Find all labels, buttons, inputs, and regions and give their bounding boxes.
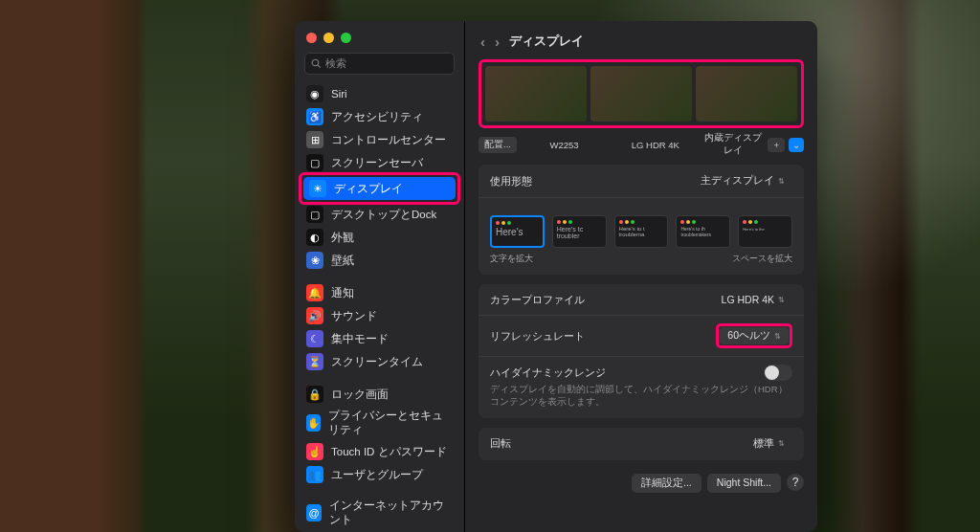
refresh-rate-row: リフレッシュレート 60ヘルツ⇅: [479, 316, 804, 357]
sidebar-item-sound[interactable]: 🔊サウンド: [295, 304, 464, 327]
sidebar: 検索 ◉Siri ♿アクセシビリティ ⊞コントロールセンター ▢スクリーンセーバ…: [295, 21, 465, 532]
control-center-icon: ⊞: [306, 131, 323, 148]
focus-icon: ☾: [306, 330, 323, 347]
chevron-updown-icon: ⇅: [774, 332, 781, 341]
night-shift-button[interactable]: Night Shift...: [707, 474, 781, 493]
sidebar-item-label: 集中モード: [331, 332, 389, 346]
scale-option[interactable]: Here's to t troublema: [614, 215, 669, 252]
lock-icon: 🔒: [306, 386, 323, 403]
users-icon: 👥: [306, 466, 323, 483]
at-icon: @: [306, 504, 322, 521]
sidebar-item-touchid[interactable]: ☝Touch ID とパスワード: [295, 440, 464, 463]
wallpaper-icon: ❀: [306, 252, 323, 269]
usage-select[interactable]: 主ディスプレイ⇅: [693, 172, 792, 189]
display-name: LG HDR 4K: [612, 140, 699, 150]
displays-icon: ☀: [309, 180, 326, 197]
forward-button[interactable]: ›: [495, 33, 500, 50]
add-display-button[interactable]: +: [768, 138, 785, 152]
refresh-rate-select[interactable]: 60ヘルツ⇅: [720, 327, 789, 344]
sound-icon: 🔊: [306, 307, 323, 324]
sidebar-item-lockscreen[interactable]: 🔒ロック画面: [295, 383, 464, 406]
sidebar-item-internet-accounts[interactable]: @インターネットアカウント: [295, 496, 464, 530]
sidebar-item-users[interactable]: 👥ユーザとグループ: [295, 463, 464, 486]
arrange-button[interactable]: 配置...: [479, 137, 517, 153]
siri-icon: ◉: [306, 85, 323, 102]
back-button[interactable]: ‹: [480, 33, 485, 50]
sidebar-item-label: コントロールセンター: [331, 133, 446, 147]
sidebar-item-desktop-dock[interactable]: ▢デスクトップとDock: [295, 203, 464, 226]
sidebar-item-label: Siri: [331, 88, 347, 100]
display-thumbnail[interactable]: [696, 66, 797, 122]
sidebar-item-siri[interactable]: ◉Siri: [295, 82, 464, 105]
sidebar-item-label: ユーザとグループ: [331, 468, 423, 482]
scale-option[interactable]: Here's: [490, 215, 545, 252]
chevron-updown-icon: ⇅: [778, 439, 785, 448]
sidebar-item-label: サウンド: [331, 309, 377, 323]
appearance-icon: ◐: [306, 229, 323, 246]
rotation-select[interactable]: 標準⇅: [746, 435, 792, 453]
usage-label: 使用形態: [490, 174, 532, 188]
sidebar-item-label: デスクトップとDock: [331, 208, 436, 222]
display-names-row: 配置... W2253 LG HDR 4K 内蔵ディスプレイ + ⌄: [479, 130, 804, 165]
usage-panel: 使用形態 主ディスプレイ⇅ Here's Here's tc troubler …: [479, 165, 804, 275]
footer-buttons: 詳細設定... Night Shift... ?: [479, 470, 804, 500]
minimize-button[interactable]: [323, 33, 334, 43]
display-thumbnail[interactable]: [485, 66, 587, 122]
display-name: W2253: [521, 140, 608, 150]
rotation-panel: 回転 標準⇅: [479, 428, 804, 460]
sidebar-item-label: 外観: [331, 231, 354, 245]
chevron-updown-icon: ⇅: [778, 177, 785, 186]
sidebar-item-label: スクリーンタイム: [331, 355, 423, 369]
sidebar-item-label: ディスプレイ: [334, 182, 403, 196]
accessibility-icon: ♿: [306, 108, 323, 125]
hdr-description: ディスプレイを自動的に調節して、ハイダイナミックレンジ（HDR）コンテンツを表示…: [479, 383, 804, 418]
annotation-highlight: ☀ディスプレイ: [299, 172, 460, 205]
advanced-button[interactable]: 詳細設定...: [632, 474, 702, 493]
rotation-label: 回転: [490, 436, 511, 451]
sidebar-item-label: Touch ID とパスワード: [331, 445, 447, 459]
scale-option[interactable]: Here's tc troubler: [552, 215, 607, 252]
scaling-row: Here's Here's tc troubler Here's to t tr…: [479, 198, 804, 275]
zoom-button[interactable]: [341, 33, 351, 43]
search-input[interactable]: 検索: [304, 53, 455, 75]
help-button[interactable]: ?: [787, 474, 804, 491]
rotation-row: 回転 標準⇅: [479, 428, 804, 460]
annotation-highlight-displays: [479, 59, 804, 128]
sidebar-item-screensaver[interactable]: ▢スクリーンセーバ: [295, 151, 464, 174]
sidebar-item-appearance[interactable]: ◐外観: [295, 226, 464, 249]
page-title: ディスプレイ: [509, 33, 584, 50]
color-profile-row: カラープロファイル LG HDR 4K⇅: [479, 284, 804, 316]
screentime-icon: ⏳: [306, 353, 323, 370]
header: ‹ › ディスプレイ: [465, 21, 817, 59]
display-name: 内蔵ディスプレイ: [703, 132, 765, 157]
search-icon: [311, 58, 322, 69]
display-thumbnail[interactable]: [590, 66, 692, 122]
hdr-toggle[interactable]: [764, 365, 792, 381]
sidebar-item-wallpaper[interactable]: ❀壁紙: [295, 249, 464, 272]
annotation-highlight-refresh: 60ヘルツ⇅: [716, 323, 792, 348]
hdr-label: ハイダイナミックレンジ: [490, 366, 606, 380]
display-menu-button[interactable]: ⌄: [789, 138, 804, 152]
touchid-icon: ☝: [306, 443, 323, 460]
scale-option[interactable]: Here's to th troublemakers: [676, 215, 730, 252]
screensaver-icon: ▢: [306, 154, 323, 171]
sidebar-item-accessibility[interactable]: ♿アクセシビリティ: [295, 105, 464, 128]
sidebar-item-screentime[interactable]: ⏳スクリーンタイム: [295, 350, 464, 373]
sidebar-item-label: インターネットアカウント: [329, 499, 453, 527]
close-button[interactable]: [306, 33, 317, 43]
scale-option[interactable]: Here's to the: [738, 215, 792, 252]
refresh-rate-label: リフレッシュレート: [490, 329, 585, 344]
sidebar-item-control-center[interactable]: ⊞コントロールセンター: [295, 128, 464, 151]
color-profile-select[interactable]: LG HDR 4K⇅: [714, 292, 792, 307]
system-settings-window: 検索 ◉Siri ♿アクセシビリティ ⊞コントロールセンター ▢スクリーンセーバ…: [295, 21, 817, 532]
sidebar-item-focus[interactable]: ☾集中モード: [295, 327, 464, 350]
sidebar-item-notifications[interactable]: 🔔通知: [295, 281, 464, 304]
sidebar-item-displays[interactable]: ☀ディスプレイ: [303, 177, 456, 200]
scale-left-label: 文字を拡大: [490, 254, 533, 265]
sidebar-item-label: アクセシビリティ: [331, 110, 423, 124]
scale-right-label: スペースを拡大: [732, 254, 792, 265]
main-content: ‹ › ディスプレイ 配置... W2253 LG HDR 4K 内蔵ディスプレ…: [465, 21, 817, 532]
sidebar-item-privacy[interactable]: ✋プライバシーとセキュリティ: [295, 406, 464, 440]
sidebar-item-label: ロック画面: [331, 388, 389, 402]
chevron-updown-icon: ⇅: [778, 296, 785, 304]
